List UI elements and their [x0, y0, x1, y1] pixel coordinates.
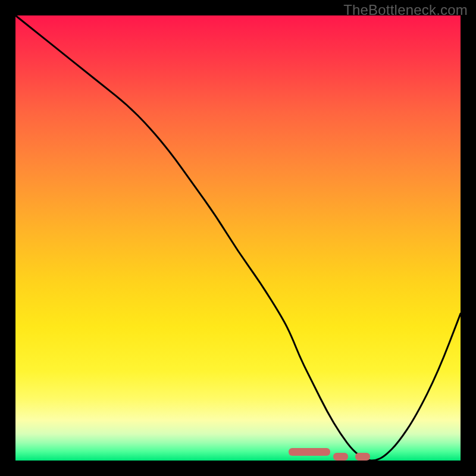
chart-frame [15, 15, 461, 461]
bottleneck-curve [15, 15, 461, 461]
curve-marker [289, 448, 330, 456]
curve-marker [355, 453, 370, 461]
watermark-label: TheBottleneck.com [343, 2, 468, 18]
curve-marker [333, 453, 348, 461]
